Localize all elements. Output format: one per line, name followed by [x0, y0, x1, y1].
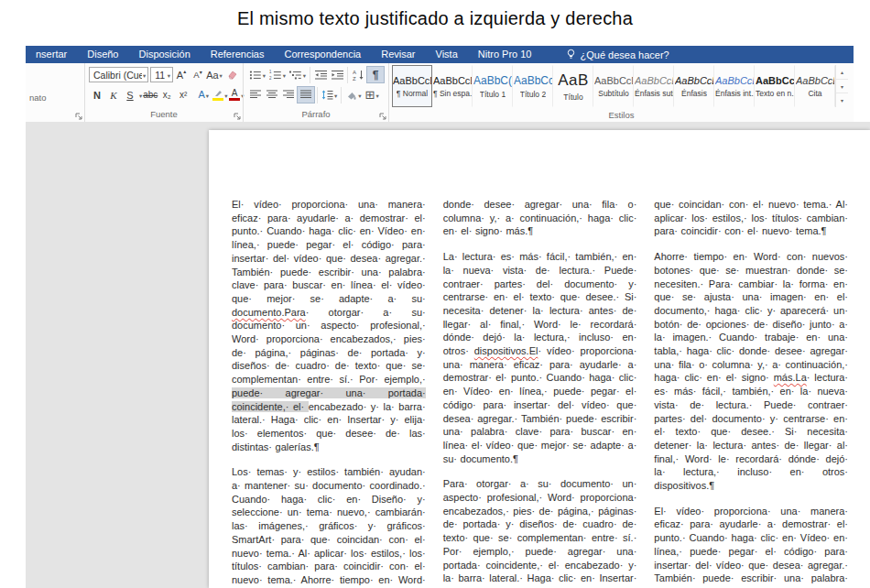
paragraph[interactable]: Para· otorgar· a· su· documento· un· asp… — [443, 477, 637, 588]
numbered-list-button[interactable]: 12 ▾ — [267, 66, 288, 83]
style-enfasis[interactable]: AaBbCcDt Énfasis — [674, 65, 714, 107]
subscript-button[interactable]: x₂ — [158, 86, 175, 103]
style-subtitulo[interactable]: AaBbCcD Subtítulo — [593, 65, 634, 107]
line-spacing-icon — [321, 90, 333, 100]
dialog-launcher-icon[interactable] — [75, 113, 82, 120]
italic-button[interactable]: K — [105, 86, 122, 103]
tab-correspondencia[interactable]: Correspondencia — [274, 46, 371, 63]
shrink-font-button[interactable]: A▾ — [190, 66, 206, 83]
style-titulo-1[interactable]: AaBbC( Título 1 — [473, 65, 513, 107]
gallery-scroll-down-icon[interactable]: ▾ — [836, 79, 848, 93]
copy-format-partial-label[interactable]: nato — [29, 93, 47, 106]
down-arrow-icon: ▾ — [200, 69, 202, 75]
tell-me-box[interactable]: ¿Qué desea hacer? — [566, 49, 669, 60]
style-normal[interactable]: AaBbCcDc ¶ Normal — [392, 65, 432, 107]
chevron-down-icon: ▾ — [206, 93, 209, 100]
text-run: · otorgar· a· su· documento· un· aspecto… — [232, 307, 426, 386]
justify-button[interactable] — [297, 86, 315, 103]
clear-formatting-button[interactable] — [223, 66, 239, 83]
underline-button[interactable]: S — [122, 86, 138, 103]
bold-button[interactable]: N — [89, 86, 105, 103]
svg-text:1: 1 — [269, 70, 272, 74]
spell-text-run: más.La — [774, 372, 807, 383]
show-formatting-marks-button[interactable]: ¶ — [366, 66, 385, 83]
numbered-list-icon: 12 — [269, 70, 282, 81]
style-sample: AaBbC( — [473, 74, 512, 87]
font-name-combo[interactable]: Calibri (Cuerpo ▾ — [89, 67, 148, 82]
tab-referencias[interactable]: Referencias — [201, 46, 275, 63]
tab-nitro-pro[interactable]: Nitro Pro 10 — [468, 46, 542, 63]
ribbon-tab-bar: nsertar Diseño Disposición Referencias C… — [26, 46, 854, 63]
style-label: Título 1 — [480, 90, 506, 99]
text-run: · lectura· es· más· fácil,· también,· en… — [654, 372, 848, 491]
styles-gallery-scrollbar: ▴ ▾ ▾ — [835, 65, 848, 107]
font-size-combo[interactable]: 11 ▾ — [150, 67, 173, 82]
styles-gallery: AaBbCcDc ¶ Normal AaBbCcDc ¶ Sin espa...… — [392, 63, 854, 107]
style-enfasis-intenso[interactable]: AaBbCcDt Énfasis int... — [714, 65, 755, 107]
svg-text:A: A — [353, 70, 356, 75]
chevron-down-icon[interactable]: ▾ — [139, 93, 142, 100]
paint-bucket-icon — [345, 90, 357, 101]
paragraph[interactable]: La· lectura· es· más· fácil,· también,· … — [443, 250, 637, 465]
style-label: Subtítulo — [598, 89, 629, 98]
justify-icon — [300, 90, 311, 100]
style-titulo-2[interactable]: AaBbCcD Título 2 — [513, 65, 553, 107]
align-center-button[interactable] — [264, 86, 280, 103]
gallery-more-icon[interactable]: ▾ — [836, 93, 848, 107]
chevron-down-icon: ▾ — [334, 93, 337, 100]
multilevel-list-button[interactable]: ▾ — [288, 66, 308, 83]
style-sample: AaBbCcD — [514, 74, 552, 87]
gallery-scroll-up-icon[interactable]: ▴ — [836, 65, 848, 79]
dialog-launcher-icon[interactable] — [379, 113, 386, 120]
multilevel-list-icon — [289, 70, 302, 81]
paragraph[interactable]: El· vídeo· proporciona· una· manera· efi… — [232, 198, 426, 453]
document-canvas: El· vídeo· proporciona· una· manera· efi… — [26, 122, 870, 588]
divider — [341, 87, 342, 103]
bullet-list-icon — [249, 70, 262, 81]
tab-diseno[interactable]: Diseño — [77, 46, 128, 63]
borders-button[interactable]: ⊞▾ — [364, 86, 381, 103]
bullet-list-button[interactable]: ▾ — [247, 66, 267, 83]
svg-text:Z: Z — [353, 76, 356, 81]
change-case-button[interactable]: Aa▾ — [206, 66, 223, 83]
style-label: Cita — [808, 89, 821, 98]
style-sin-espaciado[interactable]: AaBbCcDc ¶ Sin espa... — [432, 65, 473, 107]
paragraph[interactable]: El· vídeo· proporciona· una· manera· efi… — [654, 505, 848, 588]
line-spacing-button[interactable]: ▾ — [320, 86, 339, 103]
strikethrough-button[interactable]: abc — [142, 86, 158, 103]
tab-insertar[interactable]: nsertar — [26, 46, 77, 63]
align-left-button[interactable] — [247, 86, 264, 103]
text-effects-letter: A — [198, 91, 204, 99]
shading-button[interactable]: ▾ — [343, 86, 363, 103]
paragraph-group-label: Párrafo — [301, 109, 330, 119]
style-titulo[interactable]: AaB Título — [553, 65, 593, 107]
divider — [310, 67, 310, 83]
document-page[interactable]: El· vídeo· proporciona· una· manera· efi… — [209, 130, 870, 588]
group-clipboard-cut: nato — [26, 63, 84, 122]
grow-font-button[interactable]: A▴ — [173, 66, 190, 83]
style-enfasis-sutil[interactable]: AaBbCcDt Énfasis sutil — [634, 65, 674, 107]
dialog-launcher-icon[interactable] — [234, 113, 241, 120]
paragraph[interactable]: Los· temas· y· estilos· también· ayudan·… — [232, 465, 426, 588]
paragraph[interactable]: que· coincidan· con· el· nuevo· tema.· A… — [654, 198, 848, 238]
sort-button[interactable]: A Z — [350, 66, 366, 83]
tab-vista[interactable]: Vista — [426, 46, 468, 63]
chevron-down-icon: ▾ — [283, 72, 286, 80]
text-effects-button[interactable]: A ▾ — [195, 86, 212, 103]
increase-indent-button[interactable] — [329, 66, 345, 83]
style-texto-en-negrita[interactable]: AaBbCcDt Texto en n... — [755, 65, 795, 107]
tab-disposicion[interactable]: Disposición — [129, 46, 201, 63]
ribbon: nato Calibri (Cuerpo ▾ 11 ▾ — [26, 63, 854, 123]
highlight-color-button[interactable]: ▾ — [212, 86, 228, 103]
paragraph[interactable]: donde· desee· agregar· una· fila· o· col… — [443, 198, 637, 238]
borders-icon: ⊞ — [365, 88, 375, 102]
decrease-indent-button[interactable] — [312, 66, 329, 83]
style-cita[interactable]: AaBbCcDt Cita — [795, 65, 835, 107]
superscript-button[interactable]: x² — [175, 86, 191, 103]
paragraph[interactable]: Ahorre· tiempo· en· Word· con· nuevos· b… — [654, 250, 848, 493]
font-size-value: 11 — [155, 70, 165, 81]
highlight-color-swatch — [212, 98, 223, 101]
align-right-button[interactable] — [280, 86, 297, 103]
tab-revisar[interactable]: Revisar — [371, 46, 425, 63]
sort-az-icon: A Z — [353, 70, 364, 81]
